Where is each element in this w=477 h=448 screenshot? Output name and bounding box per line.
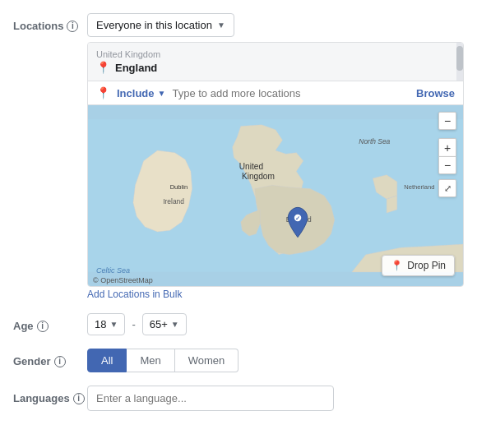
map-zoom-controls: + − xyxy=(438,138,456,174)
location-search-input[interactable] xyxy=(172,87,410,99)
collapse-icon: − xyxy=(444,114,451,127)
age-min-select[interactable]: 18 ▼ xyxy=(87,313,125,335)
age-label-text: Age xyxy=(13,320,34,332)
gender-men-label: Men xyxy=(140,354,160,367)
expand-icon: ⤢ xyxy=(444,183,452,194)
minus-icon: − xyxy=(444,159,451,172)
svg-text:Dublin: Dublin xyxy=(170,183,188,191)
location-scrollbar[interactable] xyxy=(456,43,463,81)
svg-text:✓: ✓ xyxy=(295,215,300,221)
age-max-select[interactable]: 65+ ▼ xyxy=(142,313,187,335)
age-content: 18 ▼ - 65+ ▼ xyxy=(87,313,464,335)
age-max-arrow: ▼ xyxy=(171,320,179,329)
locations-label: Locations i xyxy=(13,13,87,32)
gender-row: Gender i All Men Women xyxy=(13,349,464,372)
age-label: Age i xyxy=(13,313,87,332)
browse-button[interactable]: Browse xyxy=(416,87,455,99)
drop-pin-label: Drop Pin xyxy=(407,260,446,271)
celtic-sea-label: Celtic Sea xyxy=(96,266,130,275)
languages-label-text: Languages xyxy=(13,392,70,404)
svg-text:Kingdom: Kingdom xyxy=(242,172,275,181)
language-input[interactable] xyxy=(87,386,334,411)
include-pin-icon: 📍 xyxy=(96,86,110,99)
location-dropdown-arrow: ▼ xyxy=(217,21,225,30)
location-scrollbar-thumb xyxy=(456,46,463,71)
age-max-value: 65+ xyxy=(150,318,168,330)
include-bar: 📍 Include ▼ Browse xyxy=(88,81,463,105)
location-pin-icon: 📍 xyxy=(96,61,110,74)
include-button[interactable]: Include ▼ xyxy=(117,87,165,99)
languages-row: Languages i xyxy=(13,386,464,411)
age-row: Age i 18 ▼ - 65+ ▼ xyxy=(13,313,464,335)
drop-pin-icon: 📍 xyxy=(391,260,403,271)
location-header: United Kingdom 📍 England xyxy=(88,43,463,81)
age-min-value: 18 xyxy=(95,318,106,330)
svg-text:Netherland: Netherland xyxy=(404,183,434,191)
map-collapse-button[interactable]: − xyxy=(438,112,456,130)
age-info-icon[interactable]: i xyxy=(37,321,49,332)
locations-label-text: Locations xyxy=(13,20,63,32)
languages-content xyxy=(87,386,464,411)
gender-label: Gender i xyxy=(13,349,87,367)
plus-icon: + xyxy=(444,141,451,155)
include-dropdown-arrow: ▼ xyxy=(158,89,166,98)
location-type-dropdown[interactable]: Everyone in this location ▼ xyxy=(87,13,234,37)
location-place-name: England xyxy=(115,62,157,74)
locations-row: Locations i Everyone in this location ▼ … xyxy=(13,13,464,300)
gender-all-button[interactable]: All xyxy=(87,349,127,372)
location-panel: United Kingdom 📍 England 📍 Include ▼ Bro… xyxy=(87,42,464,287)
add-locations-bulk-link[interactable]: Add Locations in Bulk xyxy=(87,284,182,302)
gender-women-label: Women xyxy=(188,354,225,367)
map-expand-button[interactable]: ⤢ xyxy=(438,179,456,197)
include-label: Include xyxy=(117,87,155,99)
map-copyright: © OpenStreetMap xyxy=(93,276,153,284)
locations-content: Everyone in this location ▼ United Kingd… xyxy=(87,13,464,300)
languages-info-icon[interactable]: i xyxy=(73,393,85,404)
svg-text:North Sea: North Sea xyxy=(359,137,390,145)
gender-info-icon[interactable]: i xyxy=(54,356,66,367)
gender-content: All Men Women xyxy=(87,349,464,372)
map-container: North Sea United Kingdom Ireland Dublin … xyxy=(88,105,463,286)
gender-women-button[interactable]: Women xyxy=(175,349,239,372)
svg-text:Ireland: Ireland xyxy=(163,197,184,206)
gender-all-label: All xyxy=(101,354,113,367)
location-country: United Kingdom xyxy=(96,49,455,59)
zoom-out-button[interactable]: − xyxy=(438,156,456,174)
gender-label-text: Gender xyxy=(13,355,51,367)
age-controls: 18 ▼ - 65+ ▼ xyxy=(87,313,464,335)
drop-pin-button[interactable]: 📍 Drop Pin xyxy=(382,255,455,276)
zoom-in-button[interactable]: + xyxy=(438,138,456,156)
age-min-arrow: ▼ xyxy=(109,320,118,329)
gender-controls: All Men Women xyxy=(87,349,464,372)
location-place: 📍 England xyxy=(96,61,455,74)
locations-info-icon[interactable]: i xyxy=(67,21,78,32)
location-type-label: Everyone in this location xyxy=(96,19,212,31)
languages-label: Languages i xyxy=(13,386,87,404)
age-dash: - xyxy=(132,318,135,330)
svg-text:United: United xyxy=(239,162,263,171)
gender-men-button[interactable]: Men xyxy=(127,349,174,372)
